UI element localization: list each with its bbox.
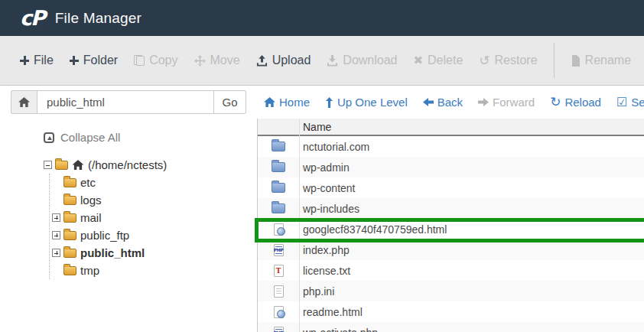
column-separator [299,119,300,332]
name-column-label: Name [303,121,331,133]
home-icon [18,97,30,108]
up-one-level-label: Up One Level [337,96,408,109]
file-name: wp-includes [299,203,359,215]
file-name: wp-activate.php [299,327,378,332]
file-name: license.txt [299,265,350,277]
reload-link-label: Reload [564,96,601,109]
ini-file-icon [274,285,284,298]
move-button-label: Move [210,54,240,67]
home-link[interactable]: Home [264,96,310,109]
restore-button-label: Restore [495,54,538,67]
file-name: nctutorial.com [299,141,369,153]
tree-item-public-ftp[interactable]: public_ftp [50,226,257,244]
copy-button-label: Copy [149,54,177,67]
download-icon [327,55,338,67]
reload-link[interactable]: ↻ Reload [550,96,601,109]
home-path-addon [11,90,37,114]
tree-children: etc logs mail public [49,174,257,279]
expand-expander-icon[interactable] [52,249,60,257]
table-row[interactable]: php.ini [258,281,644,301]
folder-icon [63,249,76,258]
name-column-header[interactable]: Name [258,119,644,136]
file-name: php.ini [299,285,334,298]
tree-item-mail[interactable]: mail [50,209,257,226]
back-link[interactable]: Back [423,96,463,109]
file-name: googlecf83740f470759ed.html [299,223,447,236]
tree-item-home-root[interactable]: (/home/nctests) [44,156,257,174]
expand-expander-icon[interactable] [52,213,60,222]
delete-button-label: Delete [428,54,463,67]
collapse-all-button[interactable]: Collapse All [44,131,257,144]
file-name: wp-content [299,182,355,194]
forward-link[interactable]: Forward [478,96,535,109]
delete-button[interactable]: ✖ Delete [413,54,463,67]
table-row-highlighted[interactable]: googlecf83740f470759ed.html [258,219,644,239]
directory-tree: (/home/nctests) etc logs [44,156,257,279]
collapse-all-label: Collapse All [60,131,120,144]
go-button[interactable]: Go [214,90,246,114]
move-button[interactable]: Move [194,54,240,67]
plus-icon [70,56,79,65]
table-row[interactable]: license.txt [258,260,644,281]
toolbar-separator [554,43,555,78]
app-header: cP File Manager [0,0,644,36]
tree-item-etc[interactable]: etc [50,174,257,191]
folder-button[interactable]: Folder [70,54,118,67]
path-input[interactable] [37,90,214,114]
folder-icon [63,266,76,275]
home-link-label: Home [279,96,310,109]
content-area: Collapse All (/home/nctests) etc [0,119,644,332]
file-button[interactable]: File [20,54,54,67]
tree-item-tmp[interactable]: tmp [50,262,257,279]
home-icon [264,97,275,108]
collapse-all-icon [44,132,54,143]
collapse-expander-icon[interactable] [44,161,52,169]
tree-item-label: tmp [80,264,99,277]
copy-button[interactable]: Copy [134,54,177,67]
up-one-level-link[interactable]: Up One Level [325,96,408,109]
page-title: File Manager [55,10,141,27]
download-button[interactable]: Download [327,54,397,67]
tree-item-logs[interactable]: logs [50,191,257,209]
folder-icon [272,203,285,213]
back-link-label: Back [437,96,463,109]
table-row[interactable]: index.php [258,239,644,260]
up-arrow-icon [325,97,333,108]
folder-icon [272,183,285,193]
rename-button[interactable]: Rename [571,54,631,67]
tree-item-label: mail [80,211,102,224]
copy-icon [134,55,145,66]
table-row[interactable]: wp-admin [258,157,644,177]
php-file-icon [274,244,284,256]
home-icon [72,160,84,171]
folder-button-label: Folder [83,54,118,67]
table-row[interactable]: wp-content [258,177,644,198]
tree-item-label: etc [80,176,96,189]
tree-root-label: (/home/nctests) [88,158,167,171]
path-input-group: Go [11,90,246,114]
restore-button[interactable]: ↺ Restore [479,54,537,67]
navigation-bar: Go Home Up One Level Back Forward ↻ Relo… [0,86,644,119]
select-all-link[interactable]: ☑ Select All [616,96,644,109]
table-row[interactable]: nctutorial.com [258,136,644,157]
file-name: wp-admin [299,161,350,174]
tree-item-public-html[interactable]: public_html [50,244,257,262]
open-folder-icon [55,161,68,170]
table-row-clipped[interactable]: wp-activate.php [258,322,644,332]
folder-icon [272,142,285,151]
file-list-table: Name nctutorial.com wp-admin wp-content … [257,119,644,332]
delete-icon: ✖ [413,55,423,67]
upload-icon [256,55,268,67]
folder-icon [272,162,285,172]
download-button-label: Download [343,54,397,67]
expand-expander-icon[interactable] [52,231,60,239]
move-icon [194,55,206,67]
file-manager-app: cP File Manager File Folder Copy Move Up… [0,0,644,332]
folder-icon [63,231,76,240]
upload-button[interactable]: Upload [256,54,311,67]
table-row[interactable]: wp-includes [258,198,644,219]
restore-icon: ↺ [479,54,490,67]
table-row[interactable]: readme.html [258,301,644,322]
folder-icon [63,213,76,223]
select-all-link-label: Select All [631,96,644,109]
